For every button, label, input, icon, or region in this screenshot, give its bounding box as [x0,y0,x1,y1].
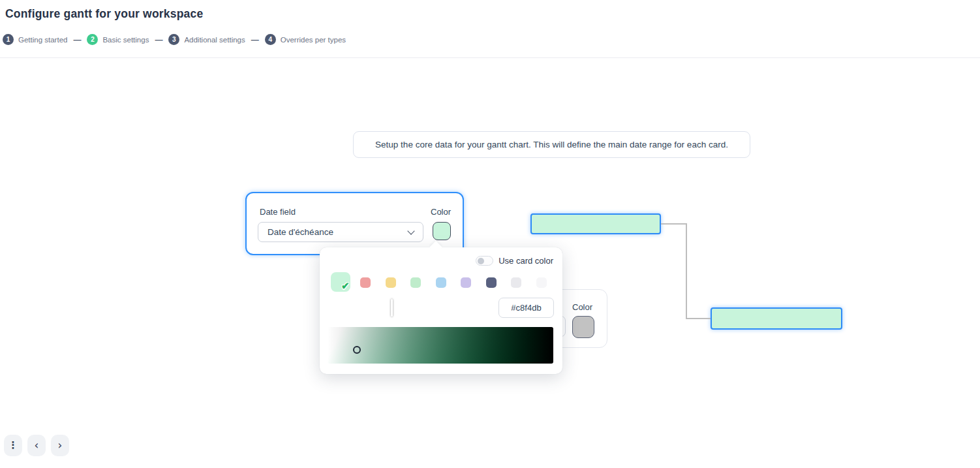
date-field-select[interactable]: Date d'échéance [258,222,423,242]
step-number-badge: 2 [87,34,98,45]
preset-color-swatch[interactable] [436,277,446,288]
stepper-step-overrides-per-types[interactable]: 4Overrides per types [265,34,346,45]
header-divider [0,57,980,58]
use-card-color-label: Use card color [498,256,553,266]
configure-gantt-page: Configure gantt for your workspace 1Gett… [0,0,980,468]
use-card-color-toggle[interactable] [476,256,493,266]
hue-slider-handle[interactable] [391,299,393,317]
use-card-color-row: Use card color [320,256,553,266]
color-swatch-button[interactable] [433,222,451,240]
preset-color-swatch[interactable] [461,277,471,288]
step-label: Overrides per types [281,36,346,44]
gantt-preview-bar-2[interactable] [711,307,842,330]
color-picker-popup: Use card color ✔ [320,247,562,374]
secondary-color-label: Color [572,302,592,312]
step-number-badge: 1 [3,34,14,45]
step-separator: — [73,35,81,44]
saturation-value-area[interactable] [328,327,553,364]
secondary-color-swatch-button[interactable] [572,316,594,338]
info-banner-text: Setup the core data for your gantt chart… [375,140,728,149]
stepper-step-additional-settings[interactable]: 3Additional settings [168,34,245,45]
previous-step-button[interactable]: ‹ [27,435,46,456]
hue-slider[interactable] [328,299,491,317]
next-step-button[interactable]: › [51,435,69,456]
preset-color-swatch[interactable] [536,277,547,288]
info-banner: Setup the core data for your gantt chart… [353,131,750,158]
preset-color-swatch[interactable] [386,277,396,288]
step-separator: — [251,35,259,44]
date-field-label: Date field [260,207,296,217]
gantt-connector-segment [686,223,687,319]
date-field-selected-value: Date d'échéance [268,227,408,237]
preset-color-swatch[interactable] [511,277,521,288]
step-label: Getting started [18,36,67,44]
stepper-step-getting-started[interactable]: 1Getting started [3,34,67,45]
preset-color-swatch[interactable] [410,277,421,288]
gantt-connector-segment [661,223,687,225]
preset-color-swatch[interactable] [486,277,497,288]
toggle-knob [478,258,484,264]
saturation-value-handle[interactable] [353,346,361,354]
color-label: Color [431,207,451,217]
gantt-preview-bar-1[interactable] [530,213,661,234]
step-label: Additional settings [184,36,245,44]
wizard-stepper: 1Getting started—2Basic settings—3Additi… [3,34,346,45]
gantt-connector-segment [686,318,711,319]
page-title: Configure gantt for your workspace [5,7,203,21]
preset-color-swatch[interactable] [360,277,371,288]
step-number-badge: 4 [265,34,276,45]
step-label: Basic settings [102,36,149,44]
step-separator: — [155,35,162,44]
chevron-left-icon: ‹ [35,440,39,451]
chevron-right-icon: › [58,440,63,451]
chevron-down-icon [407,227,414,234]
more-options-button[interactable]: ⋮ [4,435,22,456]
stepper-step-basic-settings[interactable]: 2Basic settings [87,34,149,45]
selected-check-icon: ✔ [341,280,350,292]
hex-color-input[interactable] [498,298,554,318]
step-number-badge: 3 [168,34,179,45]
kebab-menu-icon: ⋮ [8,441,18,450]
